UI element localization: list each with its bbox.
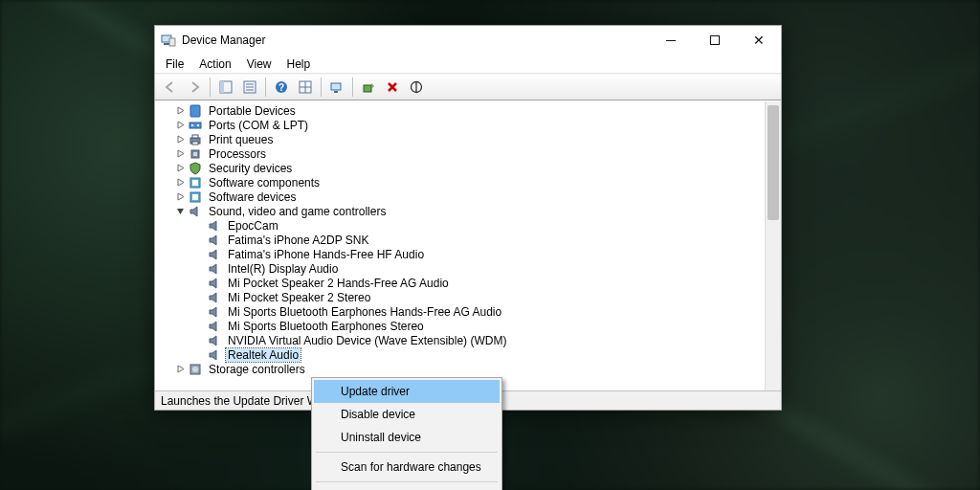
svg-rect-28: [192, 180, 198, 186]
expand-icon[interactable]: [174, 105, 186, 117]
tree-area: Portable DevicesPorts (COM & LPT)Print q…: [155, 100, 781, 390]
tree-child-item[interactable]: Fatima's iPhone Hands-Free HF Audio: [155, 247, 765, 261]
tree-child-item[interactable]: NVIDIA Virtual Audio Device (Wave Extens…: [155, 333, 765, 347]
action-grid-button[interactable]: [294, 77, 317, 98]
svg-rect-18: [190, 105, 200, 117]
tree-item[interactable]: Portable Devices: [155, 103, 765, 118]
menu-action[interactable]: Action: [192, 56, 237, 73]
svg-text:?: ?: [278, 82, 284, 93]
context-menu-item[interactable]: Update driver: [314, 380, 500, 403]
help-button[interactable]: ?: [270, 77, 293, 98]
disable-device-button[interactable]: [405, 77, 428, 98]
tree-item-label: Storage controllers: [207, 363, 307, 376]
context-menu-separator: [316, 481, 498, 482]
tree-item-label: Portable Devices: [207, 104, 298, 118]
expand-icon[interactable]: [174, 364, 186, 375]
tree-item-label: EpocCam: [226, 219, 280, 233]
menu-view[interactable]: View: [240, 56, 278, 73]
expand-icon[interactable]: [174, 177, 186, 189]
tree-item[interactable]: Security devices: [155, 161, 765, 175]
tree-item[interactable]: Software components: [155, 175, 765, 189]
speaker-icon: [207, 347, 222, 363]
tree-item-label: Fatima's iPhone Hands-Free HF Audio: [226, 248, 426, 261]
context-menu-item[interactable]: Properties: [314, 485, 500, 490]
tree-child-item[interactable]: Mi Sports Bluetooth Earphones Stereo: [155, 319, 765, 333]
svg-point-32: [192, 367, 198, 372]
menu-file[interactable]: File: [159, 56, 190, 73]
security-icon: [188, 161, 203, 176]
update-driver-button[interactable]: [357, 77, 380, 98]
context-menu-item[interactable]: Disable device: [314, 403, 500, 426]
scan-hardware-button[interactable]: [325, 77, 348, 98]
show-hide-console-tree-button[interactable]: [214, 77, 237, 98]
tree-item[interactable]: Ports (COM & LPT): [155, 118, 765, 132]
tree-item-label: Mi Sports Bluetooth Earphones Hands-Free…: [226, 305, 503, 319]
svg-rect-30: [192, 194, 198, 200]
tree-item-label: Mi Pocket Speaker 2 Stereo: [226, 291, 372, 304]
tree-item-label: Print queues: [207, 133, 275, 146]
component-icon: [188, 175, 203, 190]
tree-child-item[interactable]: Mi Pocket Speaker 2 Hands-Free AG Audio: [155, 276, 765, 290]
device-manager-window: Device Manager ✕ File Action View Help ?…: [154, 25, 782, 411]
expand-icon[interactable]: [174, 191, 186, 203]
svg-rect-16: [364, 85, 371, 92]
device-blue-icon: [188, 103, 203, 119]
window-title: Device Manager: [182, 33, 265, 47]
expand-icon[interactable]: [174, 148, 186, 160]
minimize-button[interactable]: [649, 26, 693, 55]
properties-button[interactable]: [238, 77, 261, 98]
context-menu-item[interactable]: Uninstall device: [314, 426, 500, 449]
tree-item-label: Realtek Audio: [226, 348, 301, 362]
back-button[interactable]: [159, 77, 182, 98]
svg-rect-14: [331, 83, 341, 90]
tree-child-item[interactable]: Fatima's iPhone A2DP SNK: [155, 233, 765, 247]
tree-item[interactable]: Storage controllers: [155, 362, 765, 376]
tree-item-label: NVIDIA Virtual Audio Device (Wave Extens…: [226, 334, 508, 347]
scrollbar[interactable]: [765, 101, 781, 390]
tree-item-label: Mi Sports Bluetooth Earphones Stereo: [226, 320, 426, 333]
storage-icon: [188, 362, 203, 377]
tree-item[interactable]: Print queues: [155, 132, 765, 146]
tree-item-label: Fatima's iPhone A2DP SNK: [226, 234, 370, 247]
tree-item-expanded[interactable]: Sound, video and game controllers: [155, 204, 765, 218]
scrollbar-thumb[interactable]: [768, 105, 779, 220]
tree-item-label: Ports (COM & LPT): [207, 119, 310, 132]
toolbar: ?: [155, 74, 781, 100]
speaker-icon: [207, 261, 222, 277]
app-icon: [161, 33, 176, 48]
menu-help[interactable]: Help: [280, 56, 318, 73]
collapse-icon[interactable]: [174, 206, 186, 217]
component-icon: [188, 189, 203, 205]
expand-icon[interactable]: [174, 120, 186, 131]
expand-icon[interactable]: [174, 134, 186, 145]
svg-rect-2: [169, 38, 175, 46]
speaker-icon: [207, 218, 222, 234]
close-button[interactable]: ✕: [737, 26, 781, 55]
tree-item-label: Mi Pocket Speaker 2 Hands-Free AG Audio: [226, 277, 451, 290]
maximize-button[interactable]: [693, 26, 737, 55]
tree-child-item[interactable]: Mi Sports Bluetooth Earphones Hands-Free…: [155, 304, 765, 319]
speaker-icon: [188, 204, 203, 219]
tree-child-item[interactable]: EpocCam: [155, 218, 765, 233]
title-bar[interactable]: Device Manager ✕: [155, 26, 781, 55]
device-tree[interactable]: Portable DevicesPorts (COM & LPT)Print q…: [155, 101, 765, 390]
tree-item[interactable]: Software devices: [155, 189, 765, 204]
svg-rect-4: [220, 81, 224, 93]
tree-child-item-selected[interactable]: Realtek Audio: [155, 347, 765, 362]
context-menu: Update driverDisable deviceUninstall dev…: [311, 377, 502, 490]
uninstall-device-button[interactable]: [381, 77, 404, 98]
context-menu-item[interactable]: Scan for hardware changes: [314, 456, 500, 479]
tree-item[interactable]: Processors: [155, 146, 765, 161]
tree-item-label: Intel(R) Display Audio: [226, 262, 340, 276]
tree-child-item[interactable]: Mi Pocket Speaker 2 Stereo: [155, 290, 765, 304]
speaker-icon: [207, 247, 222, 262]
forward-button[interactable]: [183, 77, 206, 98]
cpu-icon: [188, 146, 203, 162]
speaker-icon: [207, 276, 222, 291]
speaker-icon: [207, 333, 222, 348]
speaker-icon: [207, 290, 222, 305]
tree-item-label: Security devices: [207, 162, 294, 175]
tree-child-item[interactable]: Intel(R) Display Audio: [155, 261, 765, 276]
expand-icon[interactable]: [174, 163, 186, 174]
port-icon: [188, 118, 203, 133]
